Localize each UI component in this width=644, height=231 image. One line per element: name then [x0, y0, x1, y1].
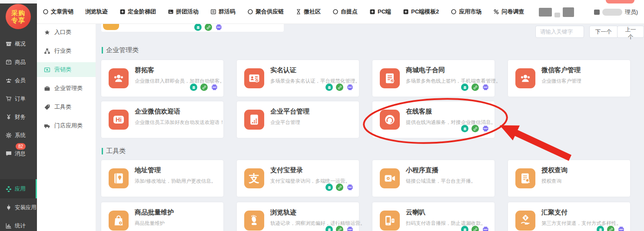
sidebar-item-消息[interactable]: 消息 82	[0, 148, 37, 159]
overview-box-icon	[5, 40, 12, 47]
wap-icon[interactable]: WAP	[346, 226, 354, 231]
android-icon[interactable]	[190, 84, 197, 91]
category-item-企业管理类[interactable]: 企业管理类	[37, 81, 96, 96]
app-card-浏览轨迹[interactable]: 浏览轨迹 轨迹记录，洞察浏览偏好，进行精细运营。 WAP	[237, 202, 359, 231]
nav-item-聚合供应链[interactable]: 聚合供应链	[247, 8, 284, 16]
app-card-小程序直播[interactable]: 小程序直播 链接公域流量，平台自主开播。	[372, 160, 495, 197]
android-icon[interactable]	[325, 184, 333, 191]
sidebar-item-订单[interactable]: 订单	[0, 93, 37, 104]
app-card-微信客户管理[interactable]: 微信客户管理 企业微信客户管理	[508, 60, 630, 97]
app-card-企业微信欢迎语[interactable]: Hi 企业微信欢迎语 企业微信员工添加好友自动发送欢迎语！	[101, 101, 223, 138]
app-card-企业平台管理[interactable]: 企业平台管理 企业平台管理	[237, 101, 359, 138]
app-card-在线客服[interactable]: 在线客服 提供在线沟通服务，对接企业微信消息。 WAP	[372, 101, 495, 138]
app-card-群拓客[interactable]: 群拓客 企业微信群入群即会员，加群自动锁客。 WAP	[101, 60, 223, 97]
wap-icon[interactable]: WAP	[482, 125, 489, 132]
link-icon[interactable]	[471, 226, 479, 231]
partial-card[interactable]: WAP	[101, 24, 284, 32]
sidebar-item-安装应用[interactable]: 安装应用	[0, 202, 37, 213]
app-card-云喇叭[interactable]: 云喇叭 扫码支付语音播报，防止遗漏收款。 WAP	[372, 202, 495, 231]
link-icon[interactable]	[471, 84, 479, 91]
nav-item-文章营销[interactable]: 文章营销	[43, 8, 73, 16]
wap-icon[interactable]: WAP	[215, 24, 222, 31]
group-people-icon	[519, 72, 532, 85]
android-icon[interactable]	[461, 125, 468, 132]
content-area: WAP 下一个 上一个 企业管理类 群拓客 企业微信群入群即会员，加群自动锁客。…	[96, 24, 644, 231]
android-icon[interactable]	[461, 84, 468, 91]
link-icon[interactable]	[336, 184, 343, 191]
sidebar-item-财务[interactable]: 财务	[0, 111, 37, 123]
truck-icon	[44, 123, 50, 129]
nav-item-自提点[interactable]: 自提点	[332, 8, 358, 16]
censored-block	[602, 9, 622, 16]
footprint-icon	[248, 214, 261, 227]
nav-item-label: PC端模板2	[411, 8, 439, 16]
sidebar-item-label: 消息	[15, 150, 26, 157]
android-icon[interactable]	[461, 226, 468, 231]
android-icon[interactable]	[194, 24, 202, 31]
nav-item-label: PC端	[378, 8, 391, 16]
link-icon[interactable]	[205, 24, 212, 31]
link-icon[interactable]	[336, 226, 343, 231]
sidebar-item-label: 系统	[15, 132, 26, 139]
nav-item-问卷调查[interactable]: 问卷调查	[493, 8, 524, 16]
wap-icon[interactable]: WAP	[346, 84, 354, 91]
nav-item-定金阶梯团[interactable]: 定金阶梯团	[120, 8, 156, 16]
category-item-入口类[interactable]: 入口类	[37, 25, 96, 40]
sidebar-item-会员[interactable]: 会员	[0, 75, 37, 86]
app-card-title: 群拓客	[135, 66, 154, 74]
user-area[interactable]: 理员)	[539, 0, 638, 24]
nav-item-拼团活动[interactable]: 拼团活动	[168, 8, 199, 16]
wap-icon[interactable]: WAP	[617, 226, 625, 231]
category-item-行业类[interactable]: 行业类	[37, 44, 96, 58]
app-card-desc: 链接公域流量，平台自主开播。	[406, 178, 493, 184]
link-icon[interactable]	[200, 84, 208, 91]
nav-item-label: 应用市场	[459, 8, 481, 16]
nav-item-label: 文章营销	[51, 8, 73, 16]
sidebar-item-商品[interactable]: 商品	[0, 57, 37, 68]
nav-item-应用市场[interactable]: 应用市场	[451, 8, 481, 16]
app-card-授权查询[interactable]: 授权查询 授权查询	[508, 160, 630, 197]
search-input[interactable]	[535, 26, 584, 38]
next-button[interactable]: 下一个	[589, 26, 618, 38]
wap-icon[interactable]: WAP	[482, 226, 489, 231]
sidebar-item-label: 订单	[15, 95, 26, 103]
app-card-实名认证[interactable]: 实名认证 多场景业务实名认证，平台规范化管理。 WAP	[237, 60, 359, 97]
android-icon[interactable]	[325, 84, 333, 91]
sidebar-item-系统[interactable]: 系统	[0, 130, 37, 141]
prev-button[interactable]: 上一个	[617, 26, 644, 38]
app-card-地址管理[interactable]: 地址管理 添加/修改地址，协助用户更改信息。	[101, 160, 223, 197]
link-icon[interactable]	[336, 84, 343, 91]
svg-text:WAP: WAP	[348, 186, 352, 188]
sidebar-item-统计[interactable]: 统计	[0, 220, 37, 231]
category-item-工具类[interactable]: 工具类	[37, 100, 96, 114]
category-item-门店应用类[interactable]: 门店应用类	[37, 118, 96, 133]
nav-item-PC端模板2[interactable]: PC端模板2	[403, 8, 439, 16]
app-card-支付宝登录[interactable]: 支 支付宝登录 支付宝端登录访问，多端统一运营。 WAP	[237, 160, 359, 197]
android-icon[interactable]	[325, 226, 333, 231]
top-strip	[0, 0, 37, 3]
nav-item-浏览轨迹[interactable]: 浏览轨迹	[85, 8, 108, 16]
sidebar-item-概况[interactable]: 概况	[0, 38, 37, 50]
sidebar-item-应用[interactable]: 应用	[0, 179, 37, 198]
link-icon[interactable]	[471, 125, 479, 132]
nav-item-PC端[interactable]: PC端	[369, 8, 391, 16]
app-card-汇聚支付[interactable]: 汇聚支付 第三方支付渠道，支付方式多样性。 WAP	[508, 202, 630, 231]
nav-item-群活码[interactable]: 群活码	[210, 8, 236, 16]
android-icon[interactable]	[597, 226, 604, 231]
app-card-商城电子合同[interactable]: 商城电子合同 多场景多角色线上签约，手机端查看管理。 WAP	[372, 60, 495, 97]
app-card-title: 实名认证	[270, 66, 296, 74]
nav-item-微社区[interactable]: 微社区	[295, 8, 321, 16]
circle	[247, 9, 253, 15]
spacer	[577, 12, 591, 12]
user-name-suffix: 理员)	[625, 8, 638, 16]
wap-icon[interactable]: WAP	[482, 84, 489, 91]
wap-icon[interactable]: WAP	[211, 84, 218, 91]
app-card-商品批量维护[interactable]: 商品批量维护 商品批量维护	[101, 202, 223, 231]
shopping-bag-icon	[112, 214, 125, 227]
goods-box-icon	[5, 59, 12, 66]
plus-square	[369, 9, 375, 15]
platform-icons: WAP	[194, 24, 222, 31]
category-item-营销类[interactable]: 营销类	[37, 62, 96, 77]
wap-icon[interactable]: WAP	[346, 184, 354, 191]
link-icon[interactable]	[607, 226, 614, 231]
